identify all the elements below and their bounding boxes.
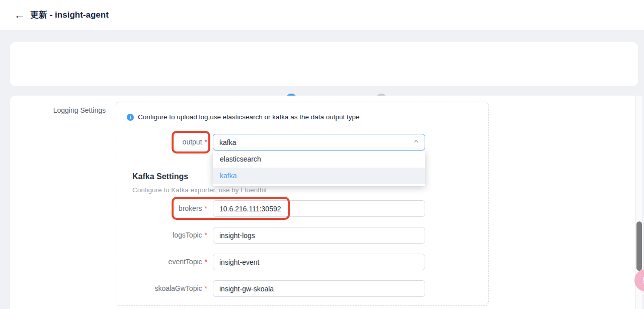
- chevron-up-icon: ^: [414, 138, 419, 146]
- brokers-field-label: brokers*: [122, 204, 207, 212]
- skoalagwtopic-field-label: skoalaGwTopic*: [122, 284, 207, 292]
- stepper-card: 1 2 应用设置 Kubernetes 编排确认: [10, 42, 638, 86]
- back-arrow-icon[interactable]: ←: [13, 8, 27, 22]
- skoalagwtopic-input[interactable]: [213, 280, 425, 297]
- kafka-settings-title: Kafka Settings: [132, 172, 188, 181]
- required-asterisk: *: [205, 204, 207, 212]
- logstopic-field-label: logsTopic*: [122, 231, 207, 239]
- output-select-value: kafka: [219, 138, 415, 146]
- info-icon: i: [127, 114, 134, 121]
- logstopic-input[interactable]: [213, 227, 425, 244]
- kafka-settings-subtitle: Configure to Kafka exporter, use by Flue…: [132, 186, 267, 194]
- section-label-logging-settings: Logging Settings: [10, 106, 106, 114]
- dropdown-option-elasticsearch[interactable]: elasticsearch: [213, 151, 425, 168]
- required-asterisk: *: [205, 258, 207, 266]
- required-asterisk: *: [205, 138, 207, 146]
- app-header: ← 更新 - insight-agent: [0, 0, 644, 30]
- page-title: 更新 - insight-agent: [30, 9, 109, 21]
- eventtopic-input[interactable]: [213, 254, 425, 270]
- info-text: Configure to upload log,use elasticsearc…: [138, 113, 360, 121]
- output-dropdown-menu: elasticsearch kafka: [213, 151, 425, 186]
- eventtopic-field-label: eventTopic*: [122, 258, 207, 266]
- dropdown-option-kafka[interactable]: kafka: [213, 168, 425, 184]
- scrollbar-thumb[interactable]: [636, 221, 642, 271]
- output-select[interactable]: kafka ^: [213, 134, 425, 150]
- required-asterisk: *: [205, 231, 207, 239]
- brokers-input[interactable]: [213, 200, 425, 217]
- info-row: i Configure to upload log,use elasticsea…: [127, 113, 360, 121]
- required-asterisk: *: [205, 284, 207, 292]
- output-field-label: output*: [122, 138, 207, 146]
